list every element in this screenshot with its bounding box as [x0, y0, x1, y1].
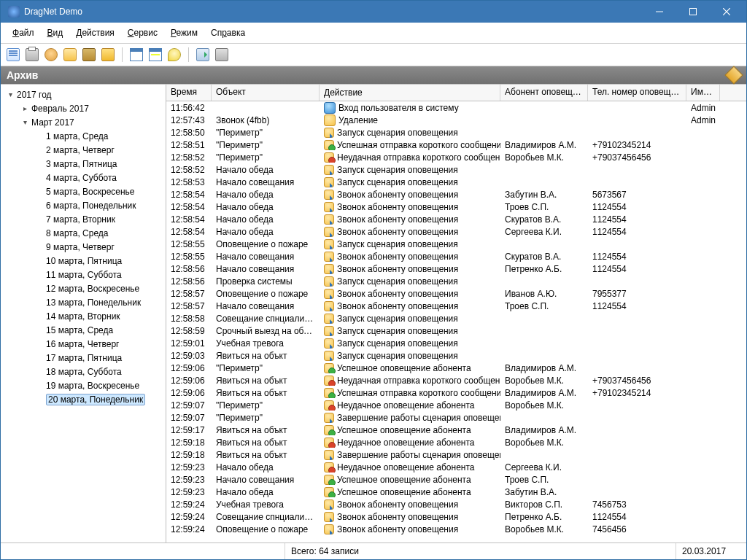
- tree-day-node[interactable]: 12 марта, Воскресенье: [1, 281, 166, 295]
- toolbar-separator: [188, 47, 189, 62]
- table-row[interactable]: 12:58:57Оповещение о пожареЗвонок абонен…: [166, 287, 746, 300]
- toolbar-boxes-button[interactable]: [81, 47, 97, 63]
- menu-service[interactable]: Сервис: [122, 26, 163, 39]
- tree-label: 6 марта, Понедельник: [46, 201, 136, 211]
- tree-day-node[interactable]: 18 марта, Суббота: [1, 365, 166, 378]
- tree-day-node[interactable]: 8 марта, Среда: [1, 226, 166, 240]
- table-row[interactable]: 12:58:56Начало совещанияЗвонок абоненту …: [166, 262, 746, 275]
- tree-day-node[interactable]: 14 марта, Вторник: [1, 309, 166, 323]
- tree-day-node[interactable]: 4 марта, Суббота: [1, 171, 166, 184]
- tree-day-node[interactable]: 20 марта, Понедельник: [1, 392, 166, 406]
- col-username[interactable]: Имя ...: [686, 85, 720, 101]
- cell-action: Запуск сценария оповещения: [320, 326, 500, 336]
- cell-subscriber: Троев С.П.: [500, 202, 588, 212]
- tree-month-node[interactable]: ▾Март 2017: [1, 115, 166, 129]
- tree-label: 19 марта, Воскресенье: [46, 381, 139, 391]
- table-row[interactable]: 12:59:06"Периметр"Успешное оповещение аб…: [166, 362, 746, 374]
- tree-day-node[interactable]: 9 марта, Четверг: [1, 240, 166, 254]
- table-row[interactable]: 12:58:54Начало обедаЗвонок абоненту опов…: [166, 188, 746, 201]
- table-row[interactable]: 12:58:55Оповещение о пожареЗапуск сценар…: [166, 238, 746, 250]
- menu-help[interactable]: Справка: [205, 26, 251, 39]
- col-phone[interactable]: Тел. номер оповещения: [588, 85, 686, 101]
- tree-day-node[interactable]: 11 марта, Суббота: [1, 268, 166, 281]
- toolbar-new-button[interactable]: [5, 47, 21, 63]
- tree-label: 2017 год: [17, 90, 52, 100]
- rows-container[interactable]: 11:56:42Вход пользователя в системуAdmin…: [166, 101, 746, 542]
- tree-day-node[interactable]: 7 марта, Вторник: [1, 212, 166, 226]
- toolbar-db-button[interactable]: [62, 47, 78, 63]
- cell-object: Начало обеда: [212, 487, 320, 497]
- tree-day-node[interactable]: 13 марта, Понедельник: [1, 295, 166, 309]
- cell-action: Запуск сценария оповещения: [320, 165, 500, 175]
- tree-day-node[interactable]: 15 марта, Среда: [1, 323, 166, 337]
- app-icon: [8, 6, 20, 18]
- table-row[interactable]: 12:59:18Явиться на объктЗавершение работ…: [166, 448, 746, 461]
- table-row[interactable]: 12:58:51"Периметр"Успешная отправка коро…: [166, 139, 746, 151]
- col-action[interactable]: Действие: [320, 85, 500, 101]
- table-row[interactable]: 12:58:50"Периметр"Запуск сценария оповещ…: [166, 126, 746, 139]
- close-button[interactable]: [710, 1, 743, 23]
- tree-day-node[interactable]: 3 марта, Пятница: [1, 157, 166, 171]
- table-row[interactable]: 12:58:59Срочный выезд на объектЗапуск сц…: [166, 324, 746, 337]
- table-row[interactable]: 12:58:52Начало обедаЗапуск сценария опов…: [166, 163, 746, 176]
- col-object[interactable]: Объект: [212, 85, 320, 101]
- action-status-icon: [324, 314, 334, 324]
- tree-day-node[interactable]: 2 марта, Четверг: [1, 143, 166, 157]
- toolbar-print2-button[interactable]: [214, 47, 230, 63]
- table-row[interactable]: 12:59:07"Периметр"Неудачное оповещение а…: [166, 399, 746, 411]
- table-row[interactable]: 12:59:23Начало обедаНеудачное оповещение…: [166, 461, 746, 473]
- tree-day-node[interactable]: 1 марта, Среда: [1, 129, 166, 143]
- table-row[interactable]: 12:59:06Явиться на объктНеудачная отправ…: [166, 374, 746, 386]
- cell-subscriber: Владимиров А.М.: [500, 388, 588, 398]
- table-row[interactable]: 12:59:23Начало совещанияУспешное оповеще…: [166, 473, 746, 486]
- tree-label: 3 марта, Пятница: [46, 159, 117, 169]
- table-row[interactable]: 12:58:55Начало совещанияЗвонок абоненту …: [166, 250, 746, 262]
- toolbar-export-button[interactable]: [195, 47, 211, 63]
- table-row[interactable]: 11:56:42Вход пользователя в системуAdmin: [166, 101, 746, 114]
- table-row[interactable]: 12:58:54Начало обедаЗвонок абоненту опов…: [166, 213, 746, 225]
- tree-day-node[interactable]: 19 марта, Воскресенье: [1, 378, 166, 392]
- table-row[interactable]: 12:59:23Начало обедаУспешное оповещение …: [166, 486, 746, 498]
- table-row[interactable]: 12:58:54Начало обедаЗвонок абоненту опов…: [166, 201, 746, 213]
- cell-subscriber: Троев С.П.: [500, 475, 588, 485]
- table-row[interactable]: 12:59:06Явиться на объктУспешная отправк…: [166, 386, 746, 399]
- col-subscriber[interactable]: Абонент оповещения: [500, 85, 588, 101]
- tree-month-node[interactable]: ▸Февраль 2017: [1, 101, 166, 115]
- tree-year-node[interactable]: ▾ 2017 год: [1, 88, 166, 101]
- table-row[interactable]: 12:58:52"Периметр"Неудачная отправка кор…: [166, 151, 746, 163]
- action-text: Успешное оповещение абонента: [337, 363, 471, 373]
- table-row[interactable]: 12:58:53Начало совещанияЗапуск сценария …: [166, 176, 746, 188]
- toolbar-help-button[interactable]: [166, 47, 182, 63]
- toolbar-calendar2-button[interactable]: [147, 47, 163, 63]
- tree-day-node[interactable]: 17 марта, Пятница: [1, 351, 166, 365]
- table-row[interactable]: 12:58:57Начало совещанияЗвонок абоненту …: [166, 300, 746, 312]
- col-time[interactable]: Время: [166, 85, 212, 101]
- menu-actions[interactable]: Действия: [70, 26, 120, 39]
- toolbar-users-button[interactable]: [43, 47, 59, 63]
- table-row[interactable]: 12:59:07"Периметр"Завершение работы сцен…: [166, 411, 746, 424]
- tree-day-node[interactable]: 6 марта, Понедельник: [1, 198, 166, 212]
- table-row[interactable]: 12:57:43Звонок (4fbb)УдалениеAdmin: [166, 114, 746, 126]
- table-row[interactable]: 12:59:24Учебная тревогаЗвонок абоненту о…: [166, 498, 746, 510]
- toolbar-folder-button[interactable]: [100, 47, 116, 63]
- table-row[interactable]: 12:58:58Совещание спнциалистовЗапуск сце…: [166, 312, 746, 324]
- table-row[interactable]: 12:59:17Явиться на объктУспешное оповеще…: [166, 424, 746, 436]
- table-row[interactable]: 12:59:18Явиться на объктНеудачное оповещ…: [166, 436, 746, 448]
- maximize-button[interactable]: [676, 1, 710, 23]
- table-row[interactable]: 12:58:54Начало обедаЗвонок абоненту опов…: [166, 225, 746, 238]
- menu-file[interactable]: Файл: [7, 26, 40, 39]
- tree-day-node[interactable]: 10 марта, Пятница: [1, 254, 166, 268]
- toolbar-calendar1-button[interactable]: [128, 47, 144, 63]
- tree-day-node[interactable]: 5 марта, Воскресенье: [1, 184, 166, 198]
- table-row[interactable]: 12:59:24Совещание спнциалистовЗвонок або…: [166, 510, 746, 523]
- tree-day-node[interactable]: 16 марта, Четверг: [1, 337, 166, 351]
- menu-view[interactable]: Вид: [42, 26, 69, 39]
- table-row[interactable]: 12:59:24Оповещение о пожареЗвонок абонен…: [166, 523, 746, 535]
- menu-mode[interactable]: Режим: [165, 26, 204, 39]
- minimize-button[interactable]: [643, 1, 676, 23]
- table-row[interactable]: 12:58:56Проверка системыЗапуск сценария …: [166, 275, 746, 287]
- toolbar-print-button[interactable]: [24, 47, 40, 63]
- table-row[interactable]: 12:59:03Явиться на объктЗапуск сценария …: [166, 349, 746, 362]
- tree-pane[interactable]: ▾ 2017 год ▸Февраль 2017▾Март 20171 март…: [1, 85, 166, 542]
- table-row[interactable]: 12:59:01Учебная тревогаЗапуск сценария о…: [166, 337, 746, 349]
